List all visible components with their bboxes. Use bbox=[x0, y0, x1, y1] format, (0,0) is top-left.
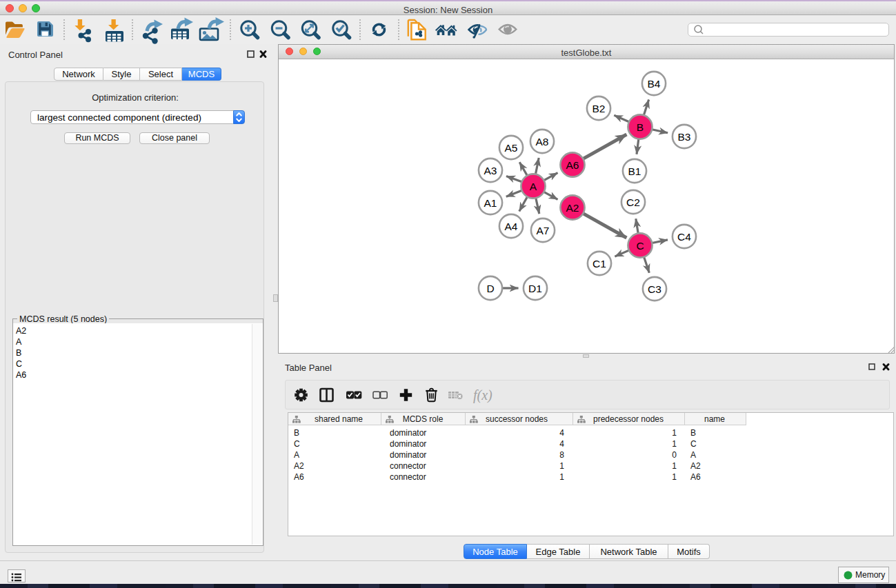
svg-text:B: B bbox=[637, 121, 644, 133]
svg-text:C2: C2 bbox=[626, 196, 640, 208]
svg-text:A6: A6 bbox=[566, 159, 579, 171]
svg-text:B3: B3 bbox=[678, 131, 691, 143]
svg-text:B4: B4 bbox=[648, 78, 661, 90]
svg-text:C3: C3 bbox=[648, 283, 661, 295]
svg-text:A: A bbox=[530, 181, 537, 192]
svg-text:D: D bbox=[486, 283, 494, 294]
svg-text:C1: C1 bbox=[593, 258, 606, 270]
svg-text:D1: D1 bbox=[528, 283, 542, 294]
svg-text:A7: A7 bbox=[537, 225, 550, 236]
svg-text:A1: A1 bbox=[484, 197, 497, 209]
svg-text:C4: C4 bbox=[677, 231, 691, 243]
svg-text:A5: A5 bbox=[505, 142, 518, 154]
svg-text:A3: A3 bbox=[484, 165, 497, 176]
svg-text:f(x): f(x) bbox=[473, 387, 492, 403]
svg-text:C: C bbox=[636, 240, 644, 252]
svg-text:B2: B2 bbox=[593, 103, 606, 114]
svg-text:B1: B1 bbox=[628, 165, 641, 177]
svg-text:A4: A4 bbox=[505, 221, 518, 232]
svg-text:A8: A8 bbox=[536, 136, 549, 148]
svg-text:A2: A2 bbox=[566, 202, 579, 214]
